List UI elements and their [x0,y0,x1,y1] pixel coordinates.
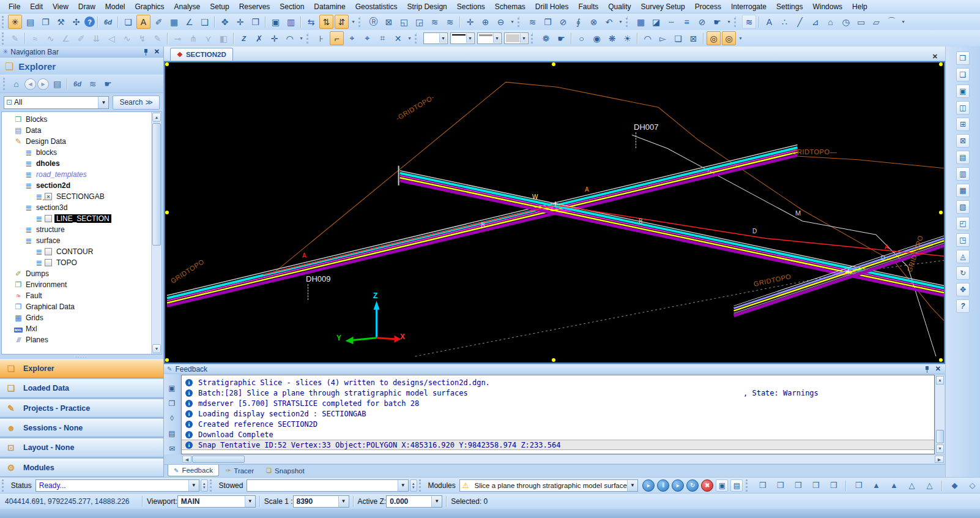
status-combo[interactable]: Ready... ▼ [35,479,199,492]
search-button[interactable]: Search ≫ [113,96,160,110]
rotate-3d-icon[interactable]: ✥ [218,15,232,29]
select-inside-icon[interactable]: ◎ [707,31,721,45]
copy-log-icon[interactable]: ❐ [166,398,179,409]
tree-item[interactable]: TOPO [2,257,161,268]
menu-item[interactable]: Strip Design [402,0,451,13]
view-iso-icon[interactable]: ❒ [852,478,866,492]
highlight-on-icon[interactable]: ◉ [590,31,604,45]
print-log-icon[interactable]: ▤ [166,428,179,439]
toolbar-grip[interactable] [2,32,6,45]
tree-item[interactable]: Fault [2,290,161,301]
process-stop-icon[interactable]: ✖ [701,479,713,492]
attach-icon[interactable]: ∮ [571,15,585,29]
chevron-down-icon[interactable]: ▼ [338,496,349,507]
tree-item[interactable]: blocks [2,147,161,158]
select-overlap-icon[interactable]: ◎ [722,31,736,45]
paste-special-icon[interactable]: ❐ [541,15,555,29]
menu-item[interactable]: Graphics [130,0,169,13]
view-help-icon[interactable]: ? [956,299,970,313]
chevron-down-icon[interactable]: ▼ [493,34,500,43]
tree-item[interactable]: Graphical Data [2,301,161,312]
pick-attributes-icon[interactable]: ☛ [554,31,568,45]
clip-view-icon[interactable]: ◰ [956,217,970,230]
console-icon[interactable]: ▤ [730,479,743,492]
stack-modules-button[interactable]: ⚙ Modules [0,459,163,477]
view-west-icon[interactable]: ❒ [809,478,823,492]
polygon-tool-icon[interactable]: ⌂ [823,15,837,29]
toolbar-grip[interactable] [2,479,6,492]
line-tool-icon[interactable]: ╱ [793,15,807,29]
drag-mode-icon[interactable]: ☛ [710,15,724,29]
customize-tools-icon[interactable]: ⚒ [54,15,68,29]
new-view-icon[interactable]: ▣ [956,84,970,98]
menu-item[interactable]: Drill Holes [530,0,574,13]
view-pyramid-ne-icon[interactable]: ▲ [869,478,883,492]
pan-window-icon[interactable]: ◲ [412,15,426,29]
overlay-data-icon[interactable]: ≋ [86,77,100,91]
menu-item[interactable]: Analyse [169,0,206,13]
split-string-icon[interactable]: ⋔ [186,31,200,45]
view-north-icon[interactable]: ❒ [773,478,787,492]
glasses-3d-icon[interactable]: 6d [101,15,115,29]
no-fill-icon[interactable]: ⊘ [695,15,709,29]
chevron-down-icon[interactable]: ▼ [188,480,199,491]
toolbar-grip[interactable] [3,78,7,90]
edit-text-icon[interactable]: ✎ [150,31,165,45]
line-style-picker[interactable]: ▼ [450,32,475,44]
menu-item[interactable]: File [4,0,25,13]
tab-snapshot[interactable]: ❏ Snapshot [261,465,310,476]
tree-item[interactable]: Grids [2,312,161,323]
line-style-icon[interactable]: ≡ [680,15,694,29]
update-lock-icon[interactable]: ⇅ [319,15,333,29]
screen-layout-icon[interactable]: ▤ [23,15,37,29]
arc-tool-icon[interactable]: ⌒ [885,15,899,29]
move-point-icon[interactable]: ≈ [28,31,42,45]
box-select-icon[interactable]: ❏ [671,31,685,45]
tree-item[interactable]: Environment [2,279,161,290]
visibility-checkbox[interactable] [45,248,52,255]
grid-view-icon[interactable]: ⊞ [956,118,970,131]
snap-intersection-icon[interactable]: ⌗ [376,31,390,45]
feedback-hscrollbar[interactable]: ◀ ▶ [181,454,945,464]
back-icon[interactable]: ◀ [24,78,36,90]
tab-section2d[interactable]: ❖ SECTION2D [170,48,233,61]
bring-front-icon[interactable]: ≋ [443,15,457,29]
stack-projects-button[interactable]: ✎ Projects - Practice [0,399,163,418]
toolbar-grip[interactable] [210,479,213,492]
tree-item[interactable]: Dumps [2,268,161,279]
stack-loaded-data-button[interactable]: ❏ Loaded Data [0,379,163,397]
point-tool-icon[interactable]: ∴ [778,15,792,29]
scroll-right-icon[interactable]: ▶ [935,456,944,463]
break-string-icon[interactable]: ↯ [135,31,149,45]
fill-style-picker[interactable]: ▼ [504,32,529,44]
menu-item[interactable]: Model [100,0,130,13]
tree-item[interactable]: Mxl [2,323,161,334]
new-string-icon[interactable]: ≋ [742,15,756,29]
view-pyramid-nw-icon[interactable]: ▲ [887,478,901,492]
zoom-target-icon[interactable]: ✛ [463,15,477,29]
scroll-up-icon[interactable]: ▲ [936,376,944,385]
tree-item[interactable]: Planes [2,334,161,345]
lasso-select-icon[interactable]: ◠ [640,31,655,45]
zoom-all-icon[interactable]: ⊠ [382,15,396,29]
pan-view-icon[interactable]: ✥ [956,283,970,296]
zoom-window-icon[interactable]: ◱ [397,15,411,29]
sheets-icon[interactable]: ▤ [956,151,970,164]
refresh-icon[interactable]: ⇆ [304,15,318,29]
menu-item[interactable]: Survey Setup [636,0,690,13]
toolbar-grip[interactable] [419,479,423,492]
chevron-down-icon[interactable]: ▼ [98,97,108,108]
chevron-down-icon[interactable]: ▼ [398,480,408,491]
smooth-string-icon[interactable]: ∿ [43,31,58,45]
circle-tool-icon[interactable]: ◷ [839,15,853,29]
menu-item[interactable]: Sections [452,0,490,13]
menu-item[interactable]: Edit [25,0,48,13]
clear-log-icon[interactable]: ◊ [166,413,179,424]
process-run-icon[interactable]: ▸ [642,479,655,492]
menu-item[interactable]: Interrogate [726,0,771,13]
process-repeat-icon[interactable]: ↻ [686,479,699,492]
menu-item[interactable]: Windows [807,0,847,13]
clear-selection-icon[interactable]: ⊠ [686,31,700,45]
stack-layout-button[interactable]: ⊡ Layout - None [0,438,163,457]
view-properties-icon[interactable]: ❒ [956,51,970,65]
